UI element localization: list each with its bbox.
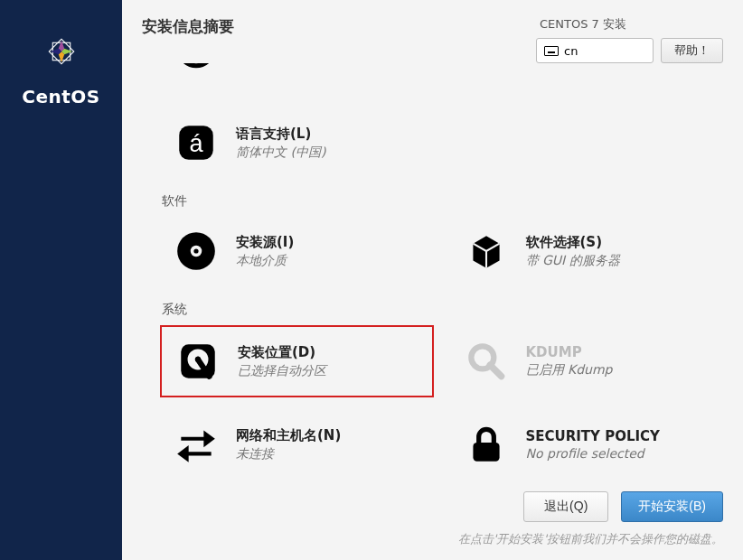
keyboard-large-icon: [461, 63, 512, 74]
help-button[interactable]: 帮助！: [661, 38, 723, 63]
brand-name: CentOS: [22, 86, 99, 107]
disc-icon: [171, 226, 221, 276]
svg-text:á: á: [189, 129, 203, 157]
spoke-install-destination[interactable]: 安装位置(D) 已选择自动分区: [160, 325, 434, 397]
footer-note: 在点击'开始安装'按钮前我们并不会操作您的磁盘。: [142, 531, 723, 547]
centos-logo-icon: [37, 27, 86, 79]
begin-install-button[interactable]: 开始安装(B): [621, 491, 723, 522]
spoke-software-selection-status: 带 GUI 的服务器: [526, 253, 620, 269]
installer-product-name: CENTOS 7 安装: [536, 16, 723, 33]
lock-icon: [461, 419, 512, 470]
svg-line-22: [490, 365, 502, 377]
package-icon: [461, 226, 512, 276]
spoke-install-destination-status: 已选择自动分区: [238, 363, 326, 379]
keyboard-layout-indicator[interactable]: cn: [536, 38, 654, 63]
harddisk-icon: [173, 336, 223, 387]
spoke-security-status: No profile selected: [526, 446, 660, 461]
spoke-software-selection-title: 软件选择(S): [526, 234, 620, 251]
svg-rect-23: [473, 443, 499, 462]
spoke-kdump[interactable]: KDUMP 已启用 Kdump: [450, 325, 724, 397]
spoke-install-source-title: 安装源(I): [236, 234, 294, 251]
sidebar: CentOS: [0, 0, 122, 560]
main-panel: 安装信息摘要 CENTOS 7 安装 cn 帮助！: [122, 0, 743, 560]
spoke-install-source-status: 本地介质: [236, 253, 294, 269]
quit-button[interactable]: 退出(Q): [523, 491, 608, 522]
spoke-network[interactable]: 网络和主机名(N) 未连接: [160, 410, 434, 479]
spoke-network-status: 未连接: [236, 446, 341, 462]
spoke-kdump-title: KDUMP: [526, 344, 613, 360]
spoke-security-title: SECURITY POLICY: [526, 428, 660, 444]
magnifier-icon: [461, 336, 512, 387]
language-icon: á: [171, 117, 221, 168]
keyboard-icon: [544, 46, 559, 56]
svg-point-16: [193, 248, 198, 253]
spoke-software-selection[interactable]: 软件选择(S) 带 GUI 的服务器: [450, 217, 724, 285]
page-title: 安装信息摘要: [142, 16, 234, 37]
spoke-language[interactable]: á 语言支持(L) 简体中文 (中国): [160, 108, 434, 177]
clock-icon: [171, 63, 221, 74]
spoke-keyboard[interactable]: 键盘(K) 汉语: [450, 63, 724, 83]
section-label-software: 软件: [162, 193, 723, 210]
spoke-install-destination-title: 安装位置(D): [238, 344, 326, 361]
spoke-install-source[interactable]: 安装源(I) 本地介质: [160, 217, 434, 285]
spoke-network-title: 网络和主机名(N): [236, 427, 341, 444]
spoke-security-policy[interactable]: SECURITY POLICY No profile selected: [450, 410, 724, 479]
content-area: 日期和时间(T) 亚洲/上海 时区 键盘(K) 汉语: [122, 63, 743, 482]
top-bar: 安装信息摘要 CENTOS 7 安装 cn 帮助！: [122, 0, 743, 63]
section-label-system: 系统: [162, 302, 723, 318]
spoke-kdump-status: 已启用 Kdump: [526, 362, 613, 378]
spoke-language-status: 简体中文 (中国): [236, 145, 325, 161]
svg-point-3: [179, 63, 213, 66]
keyboard-layout-value: cn: [564, 44, 578, 58]
spoke-language-title: 语言支持(L): [236, 126, 325, 143]
network-arrows-icon: [171, 419, 221, 470]
spoke-datetime[interactable]: 日期和时间(T) 亚洲/上海 时区: [160, 63, 434, 83]
footer: 退出(Q) 开始安装(B) 在点击'开始安装'按钮前我们并不会操作您的磁盘。: [122, 482, 743, 560]
